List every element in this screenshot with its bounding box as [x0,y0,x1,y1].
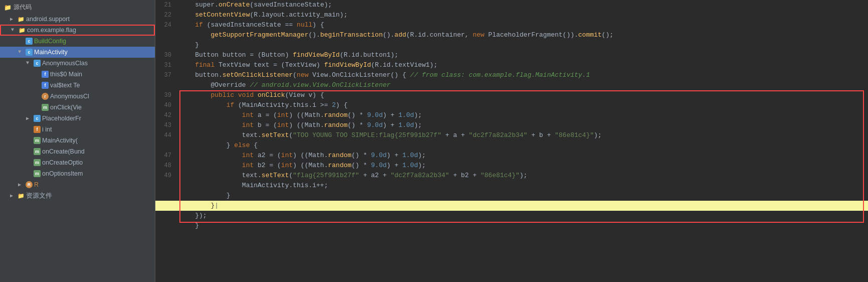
folder-icon: 📁 [18,16,25,23]
line-number: 44 [155,130,175,140]
item-label: onOptionsItem [42,170,83,177]
line-number: 24 [155,20,175,30]
line-number: 47 [155,151,175,161]
class-icon: r [42,93,49,100]
item-label: AnonymousClas [42,60,88,67]
class-icon: f [42,71,49,78]
line-content: } [175,40,868,50]
line-content: int a2 = (int) ((Math.random() * 9.0d) +… [175,151,868,161]
item-label: android.support [26,16,70,23]
item-label: val$text Te [50,82,80,89]
line-content: } else { [175,140,868,151]
code-line-21: 21 super.onCreate(savedInstanceState); [155,0,868,10]
sidebar-item-field-i[interactable]: f i int [0,124,155,135]
line-content: int b2 = (int) ((Math.random() * 9.0d) +… [175,161,868,171]
code-line-22: 22 setContentView(R.layout.activity_main… [155,10,868,20]
item-label: onCreate(Bund [42,148,85,155]
sidebar-item-mainactivity[interactable]: c MainActivity [0,47,155,58]
sidebar-item-anonymouscl[interactable]: r AnonymousCl [0,91,155,102]
line-content: public void onClick(View v) { [175,90,868,100]
arrow-icon [18,182,24,188]
folder-icon: 📁 [4,4,12,11]
item-label: MainActivity( [42,137,78,144]
code-line-close-else: } [155,191,868,201]
line-content: setContentView(R.layout.activity_main); [175,10,868,20]
code-line-31: 31 final TextView text = (TextView) find… [155,60,868,70]
line-content: @Override // android.view.View.OnClickLi… [175,80,868,90]
code-line-yellow: }| [155,201,868,211]
sidebar-item-oncreate[interactable]: m onCreate(Bund [0,146,155,157]
line-content: int a = (int) ((Math.random() * 9.0d) + … [175,110,868,120]
item-label: onCreateOptio [42,159,83,166]
class-icon: m [34,137,41,144]
line-content: Button button = (Button) findViewById(R.… [175,50,868,60]
line-content: text.setText("TOO YOUNG TOO SIMPLE:flag{… [175,130,868,140]
line-content: } [175,221,868,231]
line-content: super.onCreate(savedInstanceState); [175,0,868,10]
item-label: onClick(Vie [50,104,82,111]
sidebar-item-valtext[interactable]: f val$text Te [0,80,155,91]
code-line-end1: }); [155,211,868,221]
line-content: getSupportFragmentManager().beginTransac… [175,30,868,40]
sidebar-item-buildconfig[interactable]: c BuildConfig [0,36,155,47]
line-number: 30 [155,50,175,60]
sidebar-item-r[interactable]: R R [0,179,155,190]
code-lines: 21 super.onCreate(savedInstanceState); 2… [155,0,868,231]
line-content: }); [175,211,868,221]
code-line-40: 40 if (MainActivity.this.i >= 2) { [155,100,868,110]
arrow-icon [10,16,16,22]
item-label: AnonymousCl [50,93,89,100]
class-icon: f [42,82,49,89]
arrow-icon [18,49,24,55]
line-content: button.setOnClickListener(new View.OnCli… [175,70,868,80]
line-number: 22 [155,10,175,20]
line-number: 21 [155,0,175,10]
sidebar-item-placeholderfr[interactable]: c PlaceholderFr [0,113,155,124]
code-editor: 21 super.onCreate(savedInstanceState); 2… [155,0,868,282]
sidebar-item-resources[interactable]: 📁 资源文件 [0,190,155,201]
code-line-30: 30 Button button = (Button) findViewById… [155,50,868,60]
sidebar-item-com-example-flag[interactable]: 📁 com.example.flag [0,25,155,36]
item-label: MainActivity [34,49,68,56]
code-line-end2: } [155,221,868,231]
class-icon: m [34,159,41,166]
code-line-49: 49 text.setText("flag{25f991b27f" + a2 +… [155,171,868,181]
sidebar-item-onclick[interactable]: m onClick(Vie [0,102,155,113]
line-content: MainActivity.this.i++; [175,181,868,191]
line-content: if (savedInstanceState == null) { [175,20,868,30]
sidebar-item-android-support[interactable]: 📁 android.support [0,14,155,25]
sidebar-item-oncreateoption[interactable]: m onCreateOptio [0,157,155,168]
class-icon: c [26,49,33,56]
line-number: 43 [155,120,175,130]
code-line-48: 48 int b2 = (int) ((Math.random() * 9.0d… [155,161,868,171]
arrow-icon [26,60,32,66]
folder-icon: 📁 [18,193,25,199]
sidebar: 📁 源代码 📁 android.support 📁 com.example.fl… [0,0,155,282]
code-line-cont: getSupportFragmentManager().beginTransac… [155,30,868,40]
sidebar-item-anonymousclas[interactable]: c AnonymousClas [0,58,155,69]
code-line-44: 44 text.setText("TOO YOUNG TOO SIMPLE:fl… [155,130,868,140]
line-number: 48 [155,161,175,171]
sidebar-item-mainactivity2[interactable]: m MainActivity( [0,135,155,146]
line-content: text.setText("flag{25f991b27f" + a2 + "d… [175,171,868,181]
line-content: int b = (int) ((Math.random() * 9.0d) + … [175,120,868,130]
code-line-42: 42 int a = (int) ((Math.random() * 9.0d)… [155,110,868,120]
line-number: 42 [155,110,175,120]
item-label: i int [42,126,52,133]
line-number: 49 [155,171,175,181]
arrow-icon [10,193,16,199]
code-line-override: @Override // android.view.View.OnClickLi… [155,80,868,90]
item-label: com.example.flag [27,27,76,34]
class-icon: c [26,38,33,45]
arrow-icon [26,115,32,121]
arrow-icon [11,27,17,33]
sidebar-title: 📁 源代码 [0,1,155,14]
class-icon: R [26,181,33,188]
sidebar-item-this0[interactable]: f this$0 Main [0,69,155,80]
sidebar-item-onoptionsitem[interactable]: m onOptionsItem [0,168,155,179]
item-label: PlaceholderFr [42,115,81,122]
line-content: }| [175,201,868,211]
line-number: 31 [155,60,175,70]
folder-icon: 📁 [19,27,26,34]
line-number: 40 [155,100,175,110]
